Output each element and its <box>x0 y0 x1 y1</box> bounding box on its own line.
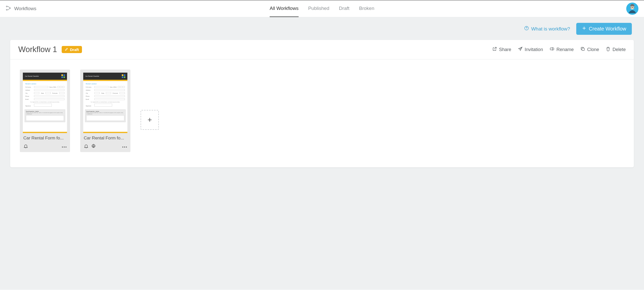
delete-label: Delete <box>613 47 626 52</box>
rename-button[interactable]: Rename <box>550 46 574 53</box>
bell-icon[interactable] <box>84 144 89 149</box>
brand-label: Workflows <box>14 6 36 11</box>
status-badge: Draft <box>62 46 82 53</box>
gear-icon[interactable] <box>91 144 96 149</box>
tab-broken[interactable]: Broken <box>359 0 374 17</box>
delete-button[interactable]: Delete <box>606 46 626 53</box>
invitation-label: Invitation <box>525 47 543 52</box>
bell-icon[interactable] <box>23 144 28 149</box>
add-card-button[interactable]: + <box>141 110 159 130</box>
workflow-card[interactable]: Car Rental Checklist Renter's section Fu… <box>80 70 130 152</box>
workflow-icon <box>6 5 11 12</box>
svg-rect-13 <box>582 48 584 51</box>
thumb-logo-icon <box>61 74 65 78</box>
toolbar: What is workflow? Create Workflow <box>10 17 634 40</box>
thumb-logo-icon <box>122 74 125 78</box>
card-title: Car Rental Form fo... <box>23 133 67 141</box>
tab-draft[interactable]: Draft <box>339 0 349 17</box>
share-button[interactable]: Share <box>492 46 511 53</box>
plus-icon <box>582 26 586 32</box>
status-badge-label: Draft <box>70 47 79 52</box>
external-link-icon <box>492 46 497 53</box>
rename-label: Rename <box>556 47 574 52</box>
rename-icon <box>550 46 554 53</box>
tab-all-workflows[interactable]: All Workflows <box>270 0 299 17</box>
svg-point-0 <box>6 6 7 7</box>
trash-icon <box>606 46 611 53</box>
edit-icon <box>65 47 69 52</box>
card-footer <box>83 141 127 149</box>
svg-point-14 <box>93 146 94 147</box>
card-thumbnail: Car Rental Checklist Renter's section Fu… <box>83 73 127 133</box>
workflow-card[interactable]: Car Rental Checklist Renter's section Fu… <box>20 70 70 152</box>
help-link-label: What is workflow? <box>531 26 570 32</box>
tabs-nav: All Workflows Published Draft Broken <box>270 0 375 17</box>
create-workflow-label: Create Workflow <box>589 26 626 32</box>
card-title: Car Rental Form fo... <box>83 133 127 141</box>
create-workflow-button[interactable]: Create Workflow <box>576 23 632 35</box>
share-label: Share <box>499 47 511 52</box>
avatar[interactable] <box>626 3 638 15</box>
workspace: What is workflow? Create Workflow Workfl… <box>0 17 644 290</box>
card-thumbnail: Car Rental Checklist Renter's section Fu… <box>23 73 67 133</box>
svg-point-2 <box>9 7 10 8</box>
clone-button[interactable]: Clone <box>580 46 599 53</box>
card-footer <box>23 141 67 149</box>
topbar: Workflows All Workflows Published Draft … <box>0 0 644 17</box>
thumb-title: Car Rental Checklist <box>25 75 39 77</box>
plus-icon: + <box>147 116 152 124</box>
cards-container: Car Rental Checklist Renter's section Fu… <box>10 59 634 167</box>
question-circle-icon <box>524 26 529 32</box>
clone-icon <box>580 46 585 53</box>
workflow-panel: Workflow 1 Draft Share <box>10 40 634 167</box>
panel-head: Workflow 1 Draft Share <box>10 40 634 59</box>
more-icon[interactable] <box>122 146 127 149</box>
paper-plane-icon <box>518 46 523 53</box>
thumb-title: Car Rental Checklist <box>85 75 99 77</box>
svg-point-1 <box>6 9 7 10</box>
panel-actions: Share Invitation Rename <box>492 46 626 53</box>
tab-published[interactable]: Published <box>308 0 329 17</box>
more-icon[interactable] <box>62 146 66 149</box>
workflow-title: Workflow 1 <box>18 45 57 54</box>
svg-rect-12 <box>550 48 554 50</box>
invitation-button[interactable]: Invitation <box>518 46 543 53</box>
brand: Workflows <box>6 5 36 12</box>
help-link[interactable]: What is workflow? <box>524 26 570 32</box>
svg-point-9 <box>527 29 527 29</box>
clone-label: Clone <box>587 47 599 52</box>
